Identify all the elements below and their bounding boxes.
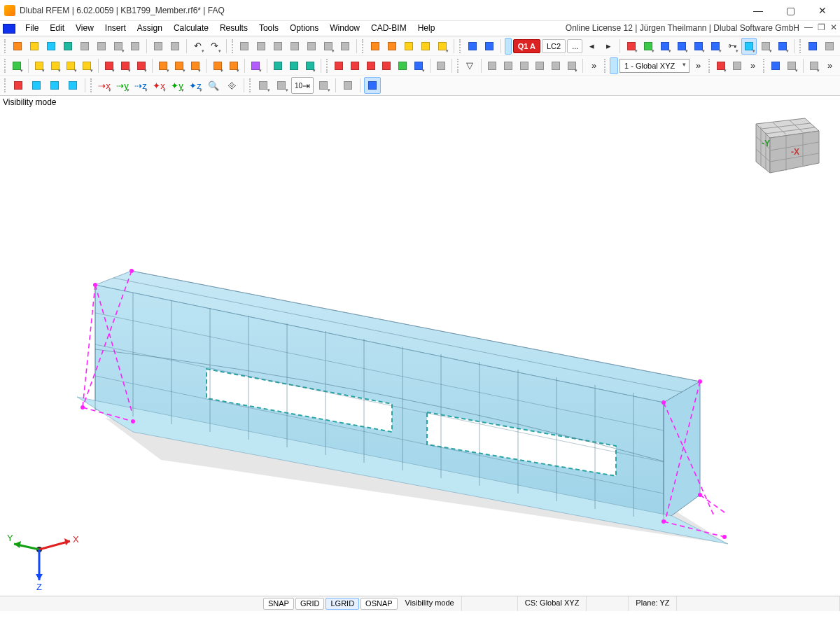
select-arrow-button[interactable] xyxy=(368,38,383,55)
new-arc-button[interactable] xyxy=(48,57,62,74)
loadcase-toggle[interactable] xyxy=(505,38,512,55)
plane-y-button[interactable]: ✦y xyxy=(169,77,186,94)
loads-vis-button[interactable] xyxy=(657,38,673,55)
menu-window[interactable]: Window xyxy=(324,21,365,36)
support-b-button[interactable] xyxy=(347,57,362,74)
menu-view[interactable]: View xyxy=(70,21,99,36)
status-osnap-button[interactable]: OSNAP xyxy=(360,598,398,610)
loadcase-next-button[interactable]: ▸ xyxy=(601,38,616,55)
select-window-button[interactable] xyxy=(384,38,400,55)
menu-file[interactable]: File xyxy=(20,21,44,36)
toolbar-grip-icon[interactable] xyxy=(457,59,460,73)
toolbar-grip-icon[interactable] xyxy=(4,59,7,73)
new-node-button[interactable] xyxy=(10,57,24,74)
new-col-button[interactable] xyxy=(134,57,148,74)
viewport[interactable]: Visibility mode -Y -X xyxy=(0,96,840,596)
tools-overflow[interactable]: » xyxy=(822,57,837,74)
lock-x-button[interactable]: ⇢x xyxy=(96,77,113,94)
workplane-b-button[interactable] xyxy=(273,77,290,94)
toolbar-grip-icon[interactable] xyxy=(326,59,329,73)
maximize-button[interactable]: ▢ xyxy=(774,0,806,21)
layer-a-button[interactable] xyxy=(315,77,332,94)
model-render[interactable] xyxy=(0,96,840,596)
new-spline-button[interactable] xyxy=(80,57,94,74)
overflow-a[interactable]: » xyxy=(587,57,601,74)
block-manager-button[interactable] xyxy=(60,38,76,55)
redo-button[interactable]: ↷ xyxy=(207,38,223,55)
toolbar-grip-icon[interactable] xyxy=(4,39,7,53)
show-all-button[interactable] xyxy=(28,77,45,94)
copy-button[interactable] xyxy=(77,38,92,55)
open-file-button[interactable] xyxy=(27,38,42,55)
render-mode-button[interactable] xyxy=(741,38,757,55)
support-a-button[interactable] xyxy=(332,57,346,74)
toolbar-grip-icon[interactable] xyxy=(799,39,802,53)
plane-z-button[interactable]: ✦z xyxy=(187,77,204,94)
view-c-button[interactable] xyxy=(517,57,531,74)
object-info-button[interactable] xyxy=(822,38,837,55)
layer-list-button[interactable] xyxy=(340,77,356,94)
new-poly-button[interactable] xyxy=(64,57,78,74)
show-sel-button[interactable] xyxy=(46,77,63,94)
new-file-button[interactable] xyxy=(10,38,25,55)
mdi-minimize-icon[interactable]: — xyxy=(802,21,815,36)
new-beam-button[interactable] xyxy=(118,57,132,74)
select-crossing-button[interactable] xyxy=(401,38,416,55)
new-member-button[interactable] xyxy=(102,57,117,74)
status-lgrid-button[interactable]: LGRID xyxy=(326,598,359,610)
result-overflow[interactable]: » xyxy=(746,57,760,74)
toolbar-grip-icon[interactable] xyxy=(708,59,711,73)
calc-a-button[interactable] xyxy=(270,57,285,74)
toolbar-grip-icon[interactable] xyxy=(90,78,93,92)
loadcase-dots[interactable]: ... xyxy=(567,39,582,53)
menu-assign[interactable]: Assign xyxy=(132,21,168,36)
calc-c-button[interactable] xyxy=(302,57,317,74)
view-f-button[interactable] xyxy=(565,57,580,74)
hide-sel-button[interactable] xyxy=(64,77,81,94)
view-b-button[interactable] xyxy=(500,57,515,74)
release-button[interactable] xyxy=(396,57,410,74)
numeric-input[interactable]: 10⇥ xyxy=(291,77,314,94)
view-e-button[interactable] xyxy=(549,57,564,74)
new-surface-button[interactable] xyxy=(156,57,171,74)
menu-cadbim[interactable]: CAD-BIM xyxy=(365,21,412,36)
save-button[interactable] xyxy=(94,38,109,55)
menu-insert[interactable]: Insert xyxy=(99,21,132,36)
n-vis-button[interactable] xyxy=(674,38,690,55)
cs-swatch[interactable] xyxy=(610,57,618,74)
menu-options[interactable]: Options xyxy=(284,21,324,36)
support-c-button[interactable] xyxy=(363,57,378,74)
table-button[interactable] xyxy=(167,38,183,55)
calc-b-button[interactable] xyxy=(286,57,301,74)
panel-b-button[interactable] xyxy=(287,38,302,55)
status-grid-button[interactable]: GRID xyxy=(295,598,325,610)
new-opening-button[interactable] xyxy=(172,57,187,74)
mesh-button[interactable] xyxy=(433,57,448,74)
minimize-button[interactable]: — xyxy=(742,0,774,21)
zoom-window-button[interactable]: 🔍 xyxy=(205,77,222,94)
cs-combo[interactable]: 1 - Global XYZ xyxy=(620,59,690,73)
select-special-button[interactable] xyxy=(418,38,433,55)
report-button[interactable] xyxy=(127,38,143,55)
mdi-restore-icon[interactable]: ❐ xyxy=(815,21,827,36)
toolbar-grip-icon[interactable] xyxy=(459,39,462,53)
walkthrough-button[interactable] xyxy=(805,38,820,55)
combinations-button[interactable] xyxy=(482,38,497,55)
menu-results[interactable]: Results xyxy=(214,21,253,36)
lock-z-button[interactable]: ⇢z xyxy=(132,77,149,94)
panel-c-button[interactable] xyxy=(304,38,319,55)
toolbar-grip-icon[interactable] xyxy=(4,78,7,92)
text-vis-button[interactable] xyxy=(708,38,723,55)
status-snap-button[interactable]: SNAP xyxy=(263,598,294,610)
console-button[interactable] xyxy=(337,38,353,55)
loads-button[interactable] xyxy=(465,38,480,55)
measure-button[interactable] xyxy=(769,57,783,74)
support-d-button[interactable] xyxy=(379,57,394,74)
toolbar-grip-icon[interactable] xyxy=(249,78,252,92)
filter-button[interactable]: ▽ xyxy=(463,57,477,74)
tools-end-button[interactable] xyxy=(806,57,821,74)
nodes-vis-button[interactable] xyxy=(640,38,656,55)
result-diagram-button[interactable] xyxy=(714,57,729,74)
display-a-button[interactable] xyxy=(758,38,774,55)
menu-help[interactable]: Help xyxy=(412,21,441,36)
